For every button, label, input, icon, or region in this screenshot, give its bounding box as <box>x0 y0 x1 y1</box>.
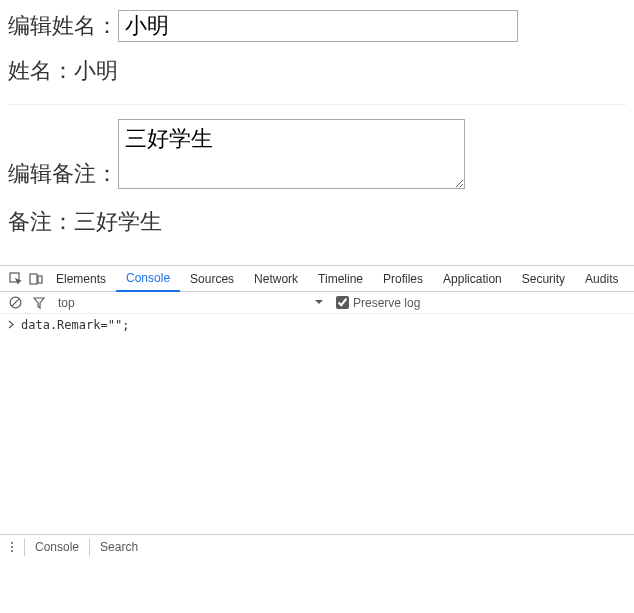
edit-name-label: 编辑姓名： <box>8 11 118 41</box>
drawer-menu-icon[interactable] <box>6 541 24 553</box>
display-name-label: 姓名： <box>8 58 74 83</box>
remark-textarea[interactable] <box>118 119 465 189</box>
tab-security[interactable]: Security <box>512 266 575 292</box>
display-remark-value: 三好学生 <box>74 209 162 234</box>
context-selector[interactable]: top <box>58 296 75 310</box>
svg-point-6 <box>11 546 13 548</box>
tab-audits[interactable]: Audits <box>575 266 628 292</box>
page-content: 编辑姓名： 姓名：小明 编辑备注： 备注：三好学生 <box>0 0 634 265</box>
devtools-tabs: Elements Console Sources Network Timelin… <box>0 266 634 292</box>
display-remark-row: 备注：三好学生 <box>8 207 626 237</box>
svg-line-4 <box>11 299 19 307</box>
edit-name-row: 编辑姓名： <box>8 10 626 42</box>
preserve-log-label: Preserve log <box>353 296 420 310</box>
tab-sources[interactable]: Sources <box>180 266 244 292</box>
svg-rect-2 <box>38 276 42 283</box>
name-input[interactable] <box>118 10 518 42</box>
svg-rect-1 <box>30 274 37 284</box>
console-body[interactable]: data.Remark=""; <box>0 314 634 534</box>
devtools-panel: Elements Console Sources Network Timelin… <box>0 265 634 534</box>
inspect-icon[interactable] <box>6 266 26 292</box>
tab-console[interactable]: Console <box>116 266 180 292</box>
tab-application[interactable]: Application <box>433 266 512 292</box>
console-line: data.Remark=""; <box>8 318 626 332</box>
console-toolbar: top Preserve log <box>0 292 634 314</box>
clear-console-icon[interactable] <box>6 294 24 312</box>
device-toolbar-icon[interactable] <box>26 266 46 292</box>
devtools-drawer: Console Search <box>0 534 634 558</box>
svg-point-7 <box>11 550 13 552</box>
console-prompt-icon <box>8 318 16 332</box>
edit-remark-row: 编辑备注： <box>8 119 626 189</box>
drawer-tab-console[interactable]: Console <box>24 538 90 556</box>
display-name-row: 姓名：小明 <box>8 56 626 86</box>
filter-icon[interactable] <box>30 294 48 312</box>
display-name-value: 小明 <box>74 58 118 83</box>
console-input-text: data.Remark=""; <box>21 318 129 332</box>
svg-point-5 <box>11 542 13 544</box>
tab-elements[interactable]: Elements <box>46 266 116 292</box>
chevron-down-icon[interactable] <box>314 297 326 309</box>
tab-network[interactable]: Network <box>244 266 308 292</box>
divider <box>8 104 626 105</box>
preserve-log-checkbox[interactable] <box>336 296 349 309</box>
drawer-tab-search[interactable]: Search <box>90 538 148 556</box>
display-remark-label: 备注： <box>8 209 74 234</box>
tab-timeline[interactable]: Timeline <box>308 266 373 292</box>
tab-profiles[interactable]: Profiles <box>373 266 433 292</box>
edit-remark-label: 编辑备注： <box>8 159 118 189</box>
